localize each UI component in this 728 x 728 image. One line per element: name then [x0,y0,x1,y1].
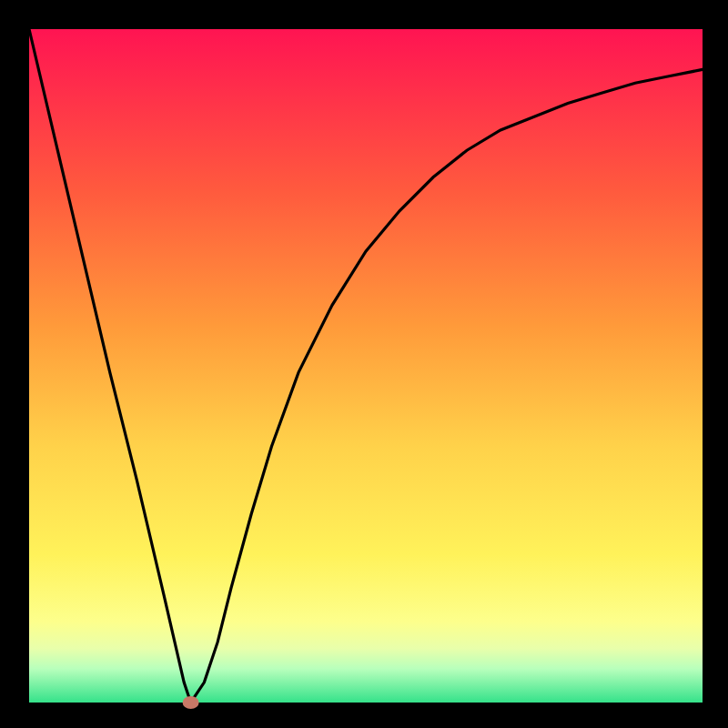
optimal-marker [183,696,199,709]
bottleneck-curve [29,29,703,703]
watermark: TheBottleneck.com [507,5,712,31]
curve-layer [29,29,703,703]
chart-frame: TheBottleneck.com [0,0,728,728]
plot-area [29,29,703,703]
